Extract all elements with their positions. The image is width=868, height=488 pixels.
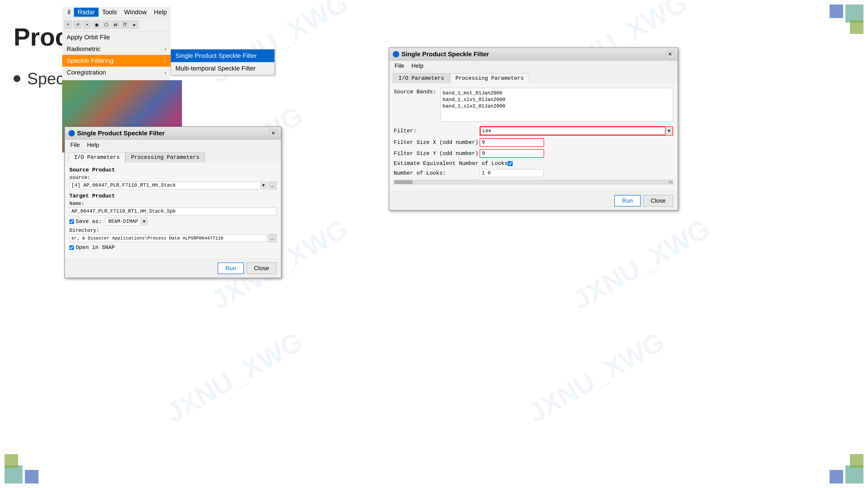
source-dropdown[interactable]: [4] AP_06447_PLR_F7110_RT1_HH_Stack ▼ [69, 182, 267, 189]
save-as-row: Save as: BEAM-DIMAP ▼ [69, 218, 276, 225]
menu-item-tools[interactable]: Tools [98, 8, 121, 17]
open-in-snap-checkbox[interactable] [69, 246, 74, 250]
left-dialog-menu: File Help [65, 140, 281, 151]
left-dialog-help-menu[interactable]: Help [84, 140, 103, 149]
right-dialog-title: Single Product Speckle Filter [393, 51, 489, 58]
toolbar-icon-1[interactable]: + [64, 21, 72, 29]
left-dialog-close-icon[interactable]: ✕ [269, 129, 277, 137]
toolbar-icon-3[interactable]: ▪ [83, 21, 91, 29]
corner-deco-tr [800, 0, 868, 45]
toolbar-icon-4[interactable]: ◉ [92, 21, 101, 29]
source-label: source: [69, 175, 276, 181]
right-tab-processing-parameters[interactable]: Processing Parameters [450, 73, 529, 84]
filter-label: Filter: [394, 128, 480, 134]
source-bands-list[interactable]: band_1_mst_01Jan2000 band_1_slv1_01Jan20… [440, 88, 673, 122]
target-product-title: Target Product [69, 193, 276, 199]
save-as-value: BEAM-DIMAP [105, 218, 141, 225]
open-in-snap-row: Open in SNAP [69, 245, 276, 251]
right-dialog-close-btn[interactable]: Close [643, 195, 673, 206]
filter-row: Filter: ▼ [394, 126, 673, 135]
toolbar-icon-2[interactable]: ↗ [73, 21, 82, 29]
speckle-submenu: Single Product Speckle Filter Multi-temp… [170, 49, 275, 75]
number-of-looks-row: Number of Looks: [394, 169, 673, 177]
open-in-snap-label: Open in SNAP [76, 245, 115, 251]
right-dialog-tabs: I/O Parameters Processing Parameters [389, 71, 678, 84]
left-dialog-close-btn[interactable]: Close [247, 263, 276, 274]
menu-item-radar[interactable]: Radar [74, 8, 98, 17]
scrollbar[interactable]: › [394, 180, 673, 184]
right-tab-io-parameters[interactable]: I/O Parameters [393, 73, 450, 84]
menu-item-il[interactable]: il [64, 8, 74, 17]
left-dialog-title: Single Product Speckle Filter [68, 130, 164, 137]
right-dialog-footer: Run Close [389, 191, 678, 210]
filter-size-y-label: Filter Size Y (odd number) [394, 151, 480, 157]
filter-size-y-input[interactable] [480, 149, 544, 158]
right-dialog-icon [393, 51, 399, 57]
filter-size-y-row: Filter Size Y (odd number) [394, 149, 673, 158]
menu-item-help[interactable]: Help [150, 8, 170, 17]
right-dialog-body: Source Bands: band_1_mst_01Jan2000 band_… [389, 84, 678, 191]
menu-radiometric[interactable]: Radiometric › [62, 43, 170, 55]
save-as-dropdown[interactable]: BEAM-DIMAP ▼ [105, 218, 147, 225]
submenu-multi-temporal[interactable]: Multi-temporal Speckle Filter [171, 62, 274, 75]
toolbar-icon-8[interactable]: ▸ [130, 21, 138, 29]
right-dialog-titlebar: Single Product Speckle Filter ✕ [389, 48, 678, 61]
right-dialog-help-menu[interactable]: Help [408, 61, 427, 70]
estimate-row: Estimate Equivalent Number of Looks [394, 160, 673, 166]
target-product-section: Target Product Name: Save as: BEAM-DIMAP… [69, 193, 276, 251]
toolbar-icon-5[interactable]: ⬡ [102, 21, 110, 29]
directory-input[interactable] [69, 234, 267, 242]
watermark-7: JXNU_XWG [161, 326, 308, 429]
right-dialog-close-x[interactable]: ✕ [666, 50, 674, 58]
save-as-arrow[interactable]: ▼ [141, 219, 147, 225]
toolbar-strip: + ↗ ▪ ◉ ⬡ ⇄ ⁉ ▸ [62, 18, 170, 31]
menu-speckle-arrow: › [164, 58, 166, 64]
app-menu-bar: il Radar Tools Window Help [62, 7, 170, 18]
toolbar-icon-7[interactable]: ⁉ [121, 21, 129, 29]
filter-input[interactable] [480, 127, 665, 135]
source-input-row: [4] AP_06447_PLR_F7110_RT1_HH_Stack ▼ … [69, 182, 276, 189]
left-dialog-file-menu[interactable]: File [67, 140, 84, 149]
directory-browse-btn[interactable]: … [269, 234, 276, 242]
left-dialog-icon [68, 130, 75, 136]
watermark-1: JXNU_XWG [206, 0, 353, 90]
save-as-checkbox[interactable] [69, 219, 74, 224]
number-of-looks-label: Number of Looks: [394, 170, 480, 176]
source-bands-area: Source Bands: band_1_mst_01Jan2000 band_… [394, 88, 673, 122]
directory-row: … [69, 234, 276, 242]
scrollbar-thumb [395, 180, 412, 184]
menu-radiometric-arrow: › [164, 46, 166, 52]
right-dialog-run-btn[interactable]: Run [614, 195, 641, 206]
filter-dropdown-container: ▼ [480, 126, 673, 135]
menu-coregistration[interactable]: Coregistration › [62, 67, 170, 78]
source-band-3: band_1_slv2_01Jan2000 [442, 103, 671, 109]
directory-label: Directory: [69, 228, 276, 233]
right-dialog-file-menu[interactable]: File [391, 61, 408, 70]
source-band-2: band_1_slv1_01Jan2000 [442, 96, 671, 103]
menu-item-window[interactable]: Window [121, 8, 150, 17]
source-browse-btn[interactable]: … [269, 182, 276, 189]
left-dialog-tabs: I/O Parameters Processing Parameters [65, 151, 281, 162]
menu-apply-orbit[interactable]: Apply Orbit File [62, 31, 170, 43]
menu-coreg-arrow: › [164, 70, 166, 75]
left-dialog-run-btn[interactable]: Run [218, 263, 244, 274]
right-dialog-speckle: Single Product Speckle Filter ✕ File Hel… [389, 47, 678, 210]
source-dropdown-arrow[interactable]: ▼ [260, 182, 267, 189]
left-dialog-body: Source Product source: [4] AP_06447_PLR_… [65, 162, 281, 259]
toolbar-icon-6[interactable]: ⇄ [112, 21, 120, 29]
source-value: [4] AP_06447_PLR_F7110_RT1_HH_Stack [70, 182, 260, 189]
left-tab-io-parameters[interactable]: I/O Parameters [68, 152, 125, 162]
filter-size-x-row: Filter Size X (odd number) [394, 138, 673, 147]
left-tab-processing-parameters[interactable]: Processing Parameters [125, 152, 205, 162]
estimate-label: Estimate Equivalent Number of Looks [394, 160, 508, 166]
submenu-single-product[interactable]: Single Product Speckle Filter [171, 50, 274, 62]
filter-size-x-input[interactable] [480, 138, 544, 147]
target-name-label: Name: [69, 201, 276, 206]
watermark-6: JXNU_XWG [567, 213, 715, 316]
estimate-checkbox[interactable] [508, 161, 513, 166]
filter-dropdown-arrow[interactable]: ▼ [665, 128, 673, 134]
menu-speckle-filtering[interactable]: Speckle Filtering › [62, 55, 170, 67]
number-of-looks-input[interactable] [480, 169, 544, 177]
target-name-input[interactable] [69, 207, 276, 215]
scrollbar-arrow[interactable]: › [669, 180, 673, 184]
